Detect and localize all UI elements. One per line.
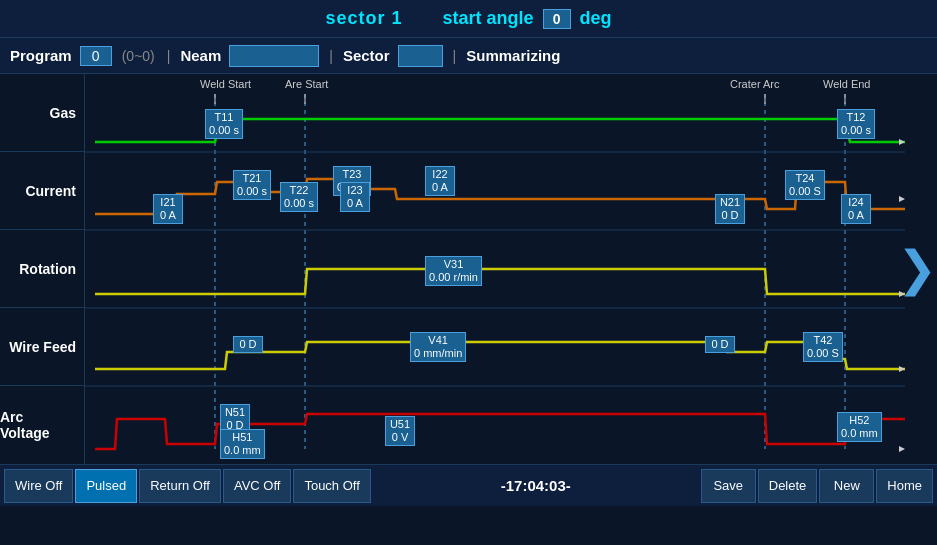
wire-feed-label: Wire Feed — [0, 308, 84, 386]
arc-voltage-label: Arc Voltage — [0, 386, 84, 464]
touch-off-button[interactable]: Touch Off — [293, 469, 370, 503]
T12-value[interactable]: 0.00 s — [841, 124, 871, 137]
I24-label: I24 — [845, 196, 867, 209]
T11-box[interactable]: T11 0.00 s — [205, 109, 243, 139]
neam-input[interactable] — [229, 45, 319, 67]
I24-box[interactable]: I24 0 A — [841, 194, 871, 224]
wire-off-button[interactable]: Wire Off — [4, 469, 73, 503]
home-button[interactable]: Home — [876, 469, 933, 503]
current-label: Current — [0, 152, 84, 230]
bottom-toolbar: Wire Off Pulsed Return Off AVC Off Touch… — [0, 464, 937, 506]
sector-input[interactable] — [398, 45, 443, 67]
I21-label: I21 — [157, 196, 179, 209]
N21-label: N21 — [719, 196, 741, 209]
sector-label: Sector — [343, 47, 390, 64]
N21-box[interactable]: N21 0 D — [715, 194, 745, 224]
D1-box[interactable]: 0 D — [233, 336, 263, 353]
summarizing-label: Summarizing — [466, 47, 560, 64]
V31-box[interactable]: V31 0.00 r/min — [425, 256, 482, 286]
I22-box[interactable]: I22 0 A — [425, 166, 455, 196]
gas-label: Gas — [0, 74, 84, 152]
D2-box[interactable]: 0 D — [705, 336, 735, 353]
U51-label: U51 — [389, 418, 411, 431]
I21-box[interactable]: I21 0 A — [153, 194, 183, 224]
svg-marker-13 — [899, 196, 905, 202]
T11-value[interactable]: 0.00 s — [209, 124, 239, 137]
I23-box[interactable]: I23 0 A — [340, 182, 370, 212]
H51-label: H51 — [224, 431, 261, 444]
save-button[interactable]: Save — [701, 469, 756, 503]
chevron-right[interactable]: ❯ — [897, 245, 937, 293]
T42-box[interactable]: T42 0.00 S — [803, 332, 843, 362]
N51-label: N51 — [224, 406, 246, 419]
header: sector 1 start angle 0 deg — [0, 0, 937, 38]
H52-box[interactable]: H52 0.0 mm — [837, 412, 882, 442]
T42-label: T42 — [807, 334, 839, 347]
chart-content: Weld Start Are Start Crater Arc Weld End… — [85, 74, 937, 464]
T24-label: T24 — [789, 172, 821, 185]
neam-label: Neam — [180, 47, 221, 64]
program-label: Program — [10, 47, 72, 64]
pulsed-button[interactable]: Pulsed — [75, 469, 137, 503]
I22-label: I22 — [429, 168, 451, 181]
sector-title: sector 1 — [325, 8, 402, 29]
V41-box[interactable]: V41 0 mm/min — [410, 332, 466, 362]
weld-start-label: Weld Start — [200, 78, 251, 90]
T22-box[interactable]: T22 0.00 s — [280, 182, 318, 212]
svg-marker-15 — [899, 366, 905, 372]
U51-box[interactable]: U51 0 V — [385, 416, 415, 446]
V31-label: V31 — [429, 258, 478, 271]
T21-box[interactable]: T21 0.00 s — [233, 170, 271, 200]
return-off-button[interactable]: Return Off — [139, 469, 221, 503]
program-range: (0~0) — [122, 48, 155, 64]
avc-off-button[interactable]: AVC Off — [223, 469, 291, 503]
weld-end-label: Weld End — [823, 78, 871, 90]
T22-label: T22 — [284, 184, 314, 197]
program-input[interactable]: 0 — [80, 46, 112, 66]
are-start-label: Are Start — [285, 78, 328, 90]
T11-label: T11 — [209, 111, 239, 124]
T23-label: T23 — [337, 168, 367, 181]
start-angle-label: start angle 0 deg — [442, 8, 611, 29]
time-display: -17:04:03- — [482, 477, 589, 494]
chart-area: Gas Current Rotation Wire Feed Arc Volta… — [0, 74, 937, 464]
I23-label: I23 — [344, 184, 366, 197]
V41-label: V41 — [414, 334, 462, 347]
T21-label: T21 — [237, 172, 267, 185]
T12-label: T12 — [841, 111, 871, 124]
program-toolbar: Program 0 (0~0) | Neam | Sector | Summar… — [0, 38, 937, 74]
T12-box[interactable]: T12 0.00 s — [837, 109, 875, 139]
H52-label: H52 — [841, 414, 878, 427]
start-angle-input[interactable]: 0 — [543, 9, 571, 29]
svg-marker-16 — [899, 446, 905, 452]
H51-box[interactable]: H51 0.0 mm — [220, 429, 265, 459]
svg-marker-12 — [899, 139, 905, 145]
delete-button[interactable]: Delete — [758, 469, 818, 503]
crater-arc-label: Crater Arc — [730, 78, 780, 90]
rotation-label: Rotation — [0, 230, 84, 308]
new-button[interactable]: New — [819, 469, 874, 503]
chart-labels: Gas Current Rotation Wire Feed Arc Volta… — [0, 74, 85, 464]
T24-box[interactable]: T24 0.00 S — [785, 170, 825, 200]
